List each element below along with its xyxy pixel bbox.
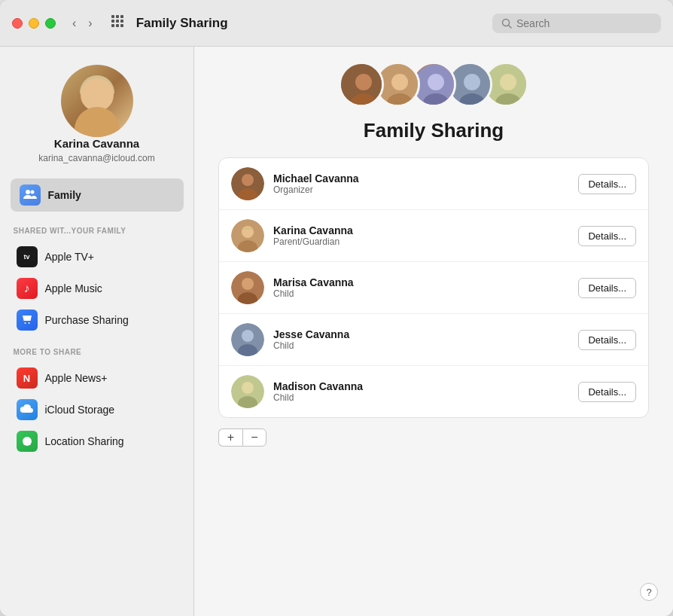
details-button-2[interactable]: Details... — [578, 278, 636, 298]
purchasesharing-icon — [17, 310, 38, 331]
svg-rect-2 — [120, 15, 123, 18]
svg-rect-6 — [111, 24, 114, 27]
svg-rect-8 — [120, 24, 123, 27]
member-name-2: Marisa Cavanna — [273, 276, 569, 288]
remove-member-button[interactable]: − — [242, 428, 266, 447]
sidebar-item-applemusic-label: Apple Music — [45, 282, 102, 294]
sidebar-item-applenews[interactable]: N Apple News+ — [11, 362, 184, 394]
member-avatar-1 — [231, 219, 264, 252]
sidebar-item-icloud[interactable]: iCloud Storage — [11, 394, 184, 425]
table-row: Marisa Cavanna Child Details... — [219, 262, 648, 314]
family-icon — [20, 184, 41, 206]
minimize-button[interactable] — [29, 18, 39, 29]
sidebar-item-appletv-label: Apple TV+ — [45, 251, 95, 263]
appletv-icon: tv — [17, 246, 38, 267]
svg-point-29 — [500, 74, 516, 90]
svg-point-12 — [30, 191, 34, 194]
maximize-button[interactable] — [45, 18, 56, 29]
add-member-button[interactable]: + — [218, 428, 242, 447]
details-button-1[interactable]: Details... — [578, 226, 636, 246]
family-avatar-0 — [339, 62, 384, 107]
member-name-1: Karina Cavanna — [273, 224, 569, 236]
back-button[interactable]: ‹ — [68, 14, 81, 33]
location-icon — [17, 431, 38, 452]
nav-buttons: ‹ › — [68, 14, 97, 33]
details-button-0[interactable]: Details... — [578, 174, 636, 194]
svg-rect-1 — [116, 15, 119, 18]
icloud-icon — [17, 399, 38, 420]
main-panel: Family Sharing Michael Cavanna Organize — [194, 47, 673, 616]
details-button-3[interactable]: Details... — [578, 330, 636, 350]
sidebar-item-family-label: Family — [48, 189, 81, 201]
table-row: Madison Cavanna Child Details... — [219, 366, 648, 417]
traffic-lights — [12, 18, 56, 29]
main-title: Family Sharing — [364, 119, 504, 142]
member-name-4: Madison Cavanna — [273, 380, 569, 392]
table-row: Karina Cavanna Parent/Guardian Details..… — [219, 210, 648, 262]
member-role-3: Child — [273, 340, 569, 351]
member-info-1: Karina Cavanna Parent/Guardian — [273, 224, 569, 247]
member-info-2: Marisa Cavanna Child — [273, 276, 569, 299]
sidebar-item-location[interactable]: Location Sharing — [11, 425, 184, 457]
help-button[interactable]: ? — [640, 583, 658, 601]
svg-rect-13 — [24, 317, 30, 319]
forward-button[interactable]: › — [84, 14, 96, 33]
svg-rect-0 — [111, 15, 114, 18]
grid-button[interactable] — [106, 11, 129, 35]
svg-point-38 — [242, 278, 254, 290]
close-button[interactable] — [12, 18, 23, 29]
search-bar[interactable] — [492, 14, 661, 33]
applemusic-icon: ♪ — [17, 278, 38, 299]
shared-section-label: SHARED WIT...YOUR FAMILY — [11, 227, 184, 235]
table-row: Jesse Cavanna Child Details... — [219, 314, 648, 366]
member-role-4: Child — [273, 392, 569, 403]
svg-rect-3 — [111, 20, 114, 23]
member-role-2: Child — [273, 288, 569, 299]
titlebar: ‹ › Family Sharing — [0, 0, 673, 47]
member-name-3: Jesse Cavanna — [273, 328, 569, 340]
members-list: Michael Cavanna Organizer Details... — [218, 157, 649, 418]
sidebar-item-purchasesharing[interactable]: Purchase Sharing — [11, 304, 184, 336]
svg-rect-7 — [116, 24, 119, 27]
sidebar-item-appletv[interactable]: tv Apple TV+ — [11, 241, 184, 273]
family-avatars — [339, 62, 528, 107]
svg-point-41 — [242, 330, 254, 342]
sidebar-item-icloud-label: iCloud Storage — [45, 404, 115, 416]
search-icon — [501, 18, 512, 29]
member-info-0: Michael Cavanna Organizer — [273, 172, 569, 195]
svg-point-11 — [26, 190, 30, 194]
member-avatar-0 — [231, 167, 264, 200]
member-role-1: Parent/Guardian — [273, 236, 569, 247]
more-section-label: MORE TO SHARE — [11, 348, 184, 356]
member-avatar-3 — [231, 323, 264, 356]
svg-point-32 — [242, 174, 254, 186]
member-info-3: Jesse Cavanna Child — [273, 328, 569, 351]
svg-line-10 — [509, 25, 512, 28]
window: ‹ › Family Sharing — [0, 0, 673, 616]
window-title: Family Sharing — [136, 16, 492, 31]
svg-point-44 — [242, 382, 254, 394]
svg-rect-5 — [120, 20, 123, 23]
sidebar-item-location-label: Location Sharing — [45, 435, 124, 447]
member-name-0: Michael Cavanna — [273, 172, 569, 184]
svg-rect-4 — [116, 20, 119, 23]
member-info-4: Madison Cavanna Child — [273, 380, 569, 403]
details-button-4[interactable]: Details... — [578, 382, 636, 402]
content-area: Karina Cavanna karina_cavanna@icloud.com… — [0, 47, 673, 616]
svg-point-20 — [391, 74, 408, 90]
member-role-0: Organizer — [273, 184, 569, 195]
user-email: karina_cavanna@icloud.com — [38, 153, 154, 163]
applenews-icon: N — [17, 367, 38, 389]
member-avatar-2 — [231, 271, 264, 304]
svg-point-23 — [428, 74, 444, 90]
search-input[interactable] — [516, 17, 652, 29]
avatar — [61, 65, 133, 137]
svg-point-17 — [355, 74, 372, 90]
user-name: Karina Cavanna — [54, 137, 139, 150]
svg-point-26 — [464, 74, 480, 90]
sidebar-item-applemusic[interactable]: ♪ Apple Music — [11, 273, 184, 304]
sidebar: Karina Cavanna karina_cavanna@icloud.com… — [0, 47, 194, 616]
table-row: Michael Cavanna Organizer Details... — [219, 158, 648, 210]
sidebar-item-purchasesharing-label: Purchase Sharing — [45, 314, 129, 326]
sidebar-item-family[interactable]: Family — [11, 178, 184, 212]
